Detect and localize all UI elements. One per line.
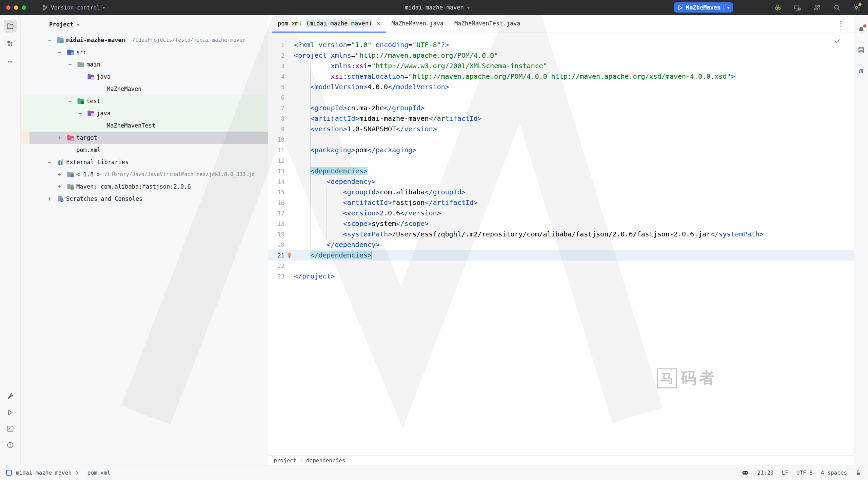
project-panel-header[interactable]: Project ▼ — [21, 18, 268, 31]
tree-item-java[interactable]: − java — [21, 71, 268, 83]
code-editor[interactable]: 1<?xml version="1.0" encoding="UTF-8"?>2… — [268, 33, 854, 455]
tree-item-external-libraries[interactable]: − External Libraries — [21, 156, 268, 168]
tree-item-maven-com-alibaba-fastjson-2-0-6[interactable]: + Maven: com.alibaba:fastjson:2.0.6 — [21, 180, 268, 193]
project-switcher[interactable]: midai-mazhe-maven ▼ — [405, 0, 470, 15]
tree-item-mazhemaventest[interactable]: MaZheMavenTest — [21, 119, 268, 132]
line-number[interactable]: 4 — [268, 73, 284, 80]
close-window-button[interactable] — [6, 5, 11, 10]
more-icon[interactable]: ⋯ — [4, 55, 17, 68]
run-widget[interactable]: MaZheMaven ▼ — [674, 2, 733, 13]
expand-toggle-icon[interactable]: + — [58, 183, 67, 190]
copilot-icon[interactable] — [742, 469, 749, 477]
line-number[interactable]: 6 — [268, 94, 284, 101]
tab-options-kebab-icon[interactable]: ⋮ — [837, 19, 845, 28]
tree-item-src[interactable]: − src — [21, 46, 268, 58]
code-line-6[interactable]: 6 — [268, 92, 854, 103]
line-number[interactable]: 13 — [268, 168, 284, 175]
code-line-9[interactable]: 9 <version>1.0-SNAPSHOT</version> — [268, 124, 854, 134]
line-number[interactable]: 3 — [268, 63, 284, 70]
line-number[interactable]: 22 — [268, 263, 284, 269]
lock-open-icon[interactable] — [855, 469, 862, 476]
expand-toggle-icon[interactable]: + — [58, 134, 67, 141]
build-icon[interactable] — [4, 390, 17, 403]
line-number[interactable]: 8 — [268, 115, 284, 122]
code-line-12[interactable]: 12 — [268, 155, 854, 166]
code-line-1[interactable]: 1<?xml version="1.0" encoding="UTF-8"?> — [268, 40, 854, 50]
line-number[interactable]: 2 — [268, 52, 284, 59]
chevron-down-icon[interactable]: ▼ — [727, 5, 730, 9]
collapse-toggle-icon[interactable]: − — [48, 37, 57, 43]
expand-toggle-icon[interactable]: + — [58, 171, 67, 178]
statusbar-file-name[interactable]: pom.xml — [87, 469, 110, 476]
intention-bulb-icon[interactable] — [284, 252, 294, 258]
problems-icon[interactable] — [4, 439, 17, 452]
line-number[interactable]: 7 — [268, 105, 284, 112]
caret-position-widget[interactable]: 21:20 — [757, 469, 773, 476]
code-line-20[interactable]: 20 </dependency> — [268, 239, 854, 250]
tree-item-midai-mazhe-maven[interactable]: − midai-mazhe-maven~/IdeaProjects/fesco/… — [21, 34, 268, 46]
line-number[interactable]: 23 — [268, 273, 284, 280]
code-line-22[interactable]: 22 — [268, 261, 854, 271]
collapse-toggle-icon[interactable]: − — [48, 159, 57, 166]
collapse-toggle-icon[interactable]: − — [78, 73, 87, 80]
settings-icon[interactable] — [852, 3, 861, 12]
code-line-21[interactable]: 21 </dependencies> — [268, 250, 854, 261]
minimize-window-button[interactable] — [14, 5, 18, 10]
search-icon[interactable] — [833, 3, 841, 12]
code-line-11[interactable]: 11 <packaging>pom</packaging> — [268, 145, 854, 155]
breadcrumb-dependencies[interactable]: dependencies — [306, 457, 346, 464]
tree-item-target[interactable]: + target — [21, 132, 268, 144]
users-icon[interactable] — [813, 3, 821, 12]
collapse-toggle-icon[interactable]: − — [68, 61, 77, 68]
tree-item--1-8-[interactable]: + < 1.8 >/Library/Java/JavaVirtualMachin… — [21, 168, 268, 180]
code-line-3[interactable]: 3 xmlns:xsi="http://www.w3.org/2001/XMLS… — [268, 61, 854, 71]
code-line-17[interactable]: 17 <version>2.0.6</version> — [268, 208, 854, 218]
line-number[interactable]: 5 — [268, 84, 284, 91]
line-number[interactable]: 19 — [268, 231, 284, 238]
maven-icon[interactable]: m — [856, 65, 867, 76]
code-line-18[interactable]: 18 <scope>system</scope> — [268, 218, 854, 229]
editor-tab-mazhemaven-java[interactable]: MaZheMaven.java — [386, 15, 449, 33]
editor-tab-pom-xml[interactable]: pom.xml(midai-mazhe-maven)× — [272, 15, 386, 33]
indent-widget[interactable]: 4 spaces — [821, 469, 847, 476]
line-number[interactable]: 21 — [268, 252, 284, 259]
code-line-2[interactable]: 2<project xmlns="http://maven.apache.org… — [268, 50, 854, 61]
code-line-13[interactable]: 13 <dependencies> — [268, 166, 854, 176]
tree-item-main[interactable]: − main — [21, 58, 268, 71]
line-number[interactable]: 18 — [268, 220, 284, 227]
line-separator-widget[interactable]: LF — [782, 469, 788, 476]
code-line-8[interactable]: 8 <artifactId>midai-mazhe-maven</artifac… — [268, 113, 854, 124]
code-line-19[interactable]: 19 <systemPath>/Users/essfzqbghl/.m2/rep… — [268, 229, 854, 239]
line-number[interactable]: 11 — [268, 147, 284, 154]
line-number[interactable]: 10 — [268, 136, 284, 143]
line-number[interactable]: 17 — [268, 210, 284, 217]
collapse-toggle-icon[interactable]: − — [68, 98, 77, 104]
project-folder-icon[interactable] — [4, 20, 17, 33]
encoding-widget[interactable]: UTF-8 — [796, 469, 813, 476]
settings-sync-icon[interactable] — [793, 3, 802, 12]
terminal-icon[interactable] — [4, 422, 17, 435]
commit-icon[interactable] — [4, 37, 17, 50]
vcs-widget[interactable]: Version control ▼ — [42, 4, 105, 11]
code-line-7[interactable]: 7 <groupId>cn.ma-zhe</groupId> — [268, 103, 854, 113]
code-line-10[interactable]: 10 — [268, 134, 854, 145]
tree-item-pom-xml[interactable]: pom.xml — [21, 144, 268, 156]
collapse-toggle-icon[interactable]: − — [58, 49, 67, 56]
line-number[interactable]: 14 — [268, 178, 284, 185]
zoom-window-button[interactable] — [22, 5, 26, 10]
line-number[interactable]: 15 — [268, 189, 284, 196]
tree-item-java[interactable]: − java — [21, 107, 268, 119]
code-line-5[interactable]: 5 <modelVersion>4.0.0</modelVersion> — [268, 82, 854, 92]
statusbar-project-name[interactable]: midai-mazhe-maven — [16, 469, 72, 476]
run-icon[interactable] — [4, 406, 17, 419]
inspections-widget[interactable] — [834, 38, 841, 44]
tree-item-test[interactable]: − test — [21, 95, 268, 107]
line-number[interactable]: 20 — [268, 242, 284, 248]
tree-item-mazhemaven[interactable]: MaZheMaven — [21, 83, 268, 95]
editor-tab-mazhemaventest-java[interactable]: MaZheMavenTest.java — [449, 15, 526, 33]
code-line-23[interactable]: 23</project> — [268, 271, 854, 282]
line-number[interactable]: 1 — [268, 42, 284, 49]
close-tab-icon[interactable]: × — [377, 20, 380, 27]
code-line-15[interactable]: 15 <groupId>com.alibaba</groupId> — [268, 187, 854, 197]
line-number[interactable]: 16 — [268, 199, 284, 206]
